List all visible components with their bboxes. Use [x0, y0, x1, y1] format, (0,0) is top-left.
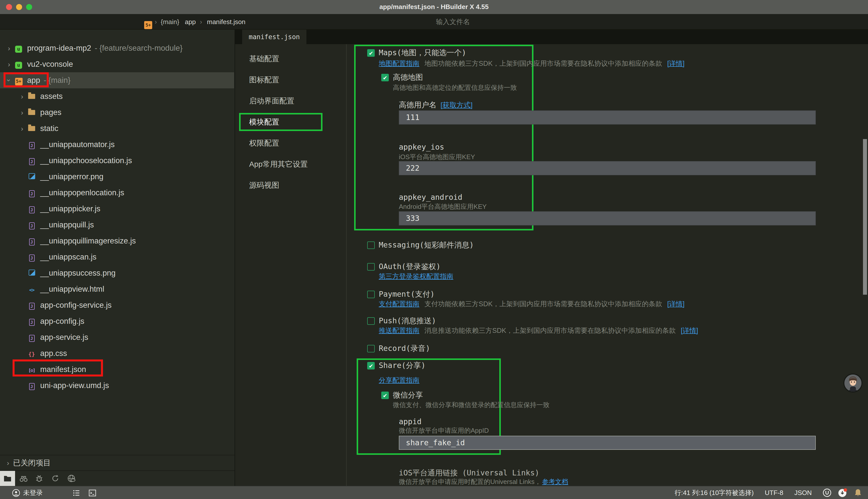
outline-list-icon[interactable] [72, 489, 80, 497]
universal-links-row: 微信开放平台申请应用时配置的Universal Links， 参考文档 [399, 477, 568, 486]
messaging-checkbox[interactable] [367, 242, 375, 249]
chevron-right-icon[interactable]: › [4, 60, 14, 68]
chevron-right-icon[interactable]: › [17, 108, 27, 117]
tree-item-__uniappquill.js[interactable]: J__uniappquill.js [0, 217, 234, 233]
tree-item-app-service.js[interactable]: Japp-service.js [0, 329, 234, 345]
config-menu-item-1[interactable]: 基础配置 [249, 48, 308, 69]
config-menu-item-5[interactable]: 权限配置 [249, 133, 308, 154]
tree-item-__uniapperror.png[interactable]: __uniapperror.png [0, 169, 234, 185]
tree-item-manifest.json[interactable]: [⚙]manifest.json [0, 362, 234, 378]
encoding-indicator[interactable]: UTF-8 [765, 489, 783, 497]
tab-manifest-json[interactable]: manifest.json [242, 29, 306, 44]
js-file-icon: J [27, 156, 36, 165]
oauth-label: OAuth(登录鉴权) [379, 262, 441, 271]
project-sidebar: ›uprogram-idea-mp2- {feature/search-modu… [0, 29, 235, 486]
wechat-share-label: 微信分享 [393, 391, 423, 400]
tree-item-app-config.js[interactable]: Japp-config.js [0, 313, 234, 329]
chevron-right-icon[interactable]: › [3, 459, 13, 467]
globe-cloud-icon[interactable] [67, 474, 76, 483]
file-name: app-config-service.js [40, 301, 111, 310]
chevron-right-icon[interactable]: › [17, 124, 27, 133]
record-checkbox[interactable] [367, 345, 375, 352]
tree-item-__uniappchooselocation.js[interactable]: J__uniappchooselocation.js [0, 153, 234, 169]
tree-item-__uniappview.html[interactable]: <>__uniappview.html [0, 281, 234, 297]
breadcrumb-branch[interactable]: {main} [161, 14, 179, 29]
maps-guide-link[interactable]: 地图配置指南 [379, 59, 420, 68]
file-name: manifest.json [40, 365, 86, 374]
tree-item-assets[interactable]: ›assets [0, 88, 234, 105]
tree-item-app[interactable]: ›5+app- {main} [0, 72, 234, 88]
file-name: vu2-vconsole [27, 60, 73, 69]
tree-item-__uniappsuccess.png[interactable]: __uniappsuccess.png [0, 265, 234, 281]
payment-detail-link[interactable]: [详情] [667, 300, 685, 309]
oauth-checkbox[interactable] [367, 263, 375, 271]
terminal-icon[interactable] [88, 489, 96, 497]
payment-desc: 支付功能依赖三方SDK，上架到国内应用市场需要在隐私协议中添加相应的条款 [424, 300, 662, 309]
maps-detail-link[interactable]: [详情] [667, 59, 685, 68]
config-menu-item-7[interactable]: 源码视图 [249, 175, 308, 196]
tree-item-__uniappquillimageresize.js[interactable]: J__uniappquillimageresize.js [0, 233, 234, 249]
oauth-guide-link[interactable]: 第三方登录鉴权配置指南 [379, 272, 453, 281]
debug-bug-icon[interactable] [35, 474, 44, 483]
assistant-avatar[interactable] [843, 374, 863, 392]
js-file-icon: J [27, 333, 36, 342]
config-menu-item-2[interactable]: 图标配置 [249, 69, 308, 90]
file-name: app-service.js [40, 333, 88, 342]
config-menu-item-4[interactable]: 模块配置 [249, 111, 308, 133]
breadcrumb-project[interactable]: app [185, 14, 196, 29]
push-guide-link[interactable]: 推送配置指南 [379, 326, 420, 335]
files-panel-tab[interactable] [0, 471, 15, 486]
update-download-icon[interactable] [838, 488, 847, 498]
appkey-android-input[interactable] [399, 211, 816, 226]
scrollbar-thumb[interactable] [863, 139, 867, 295]
branch-suffix: - {main} [44, 76, 71, 85]
chevron-right-icon[interactable]: › [17, 93, 27, 100]
search-binoculars-icon[interactable] [19, 474, 28, 483]
wechat-appid-input[interactable] [399, 436, 816, 450]
tree-item-__uniappscan.js[interactable]: J__uniappscan.js [0, 249, 234, 265]
breadcrumb-file[interactable]: manifest.json [207, 14, 245, 29]
tree-item-pages[interactable]: ›pages [0, 105, 234, 121]
tree-item-vu2-vconsole[interactable]: ›uvu2-vconsole [0, 56, 234, 72]
appkey-ios-input[interactable] [399, 161, 816, 175]
closed-projects-row[interactable]: › 已关闭项目 [0, 455, 235, 471]
language-mode[interactable]: JSON [794, 489, 812, 497]
share-guide-link[interactable]: 分享配置指南 [379, 376, 420, 385]
file-name: pages [40, 108, 61, 117]
payment-checkbox[interactable] [367, 291, 375, 298]
push-detail-link[interactable]: [详情] [681, 326, 698, 335]
tree-item-app-config-service.js[interactable]: Japp-config-service.js [0, 297, 234, 313]
search-input[interactable]: 输入文件名 [436, 14, 470, 29]
tree-item-__uniappautomator.js[interactable]: J__uniappautomator.js [0, 136, 234, 153]
uni-badge-icon[interactable] [823, 488, 831, 497]
chevron-down-icon[interactable]: › [5, 75, 13, 85]
folder-file-icon [27, 92, 36, 101]
chevron-right-icon[interactable]: › [4, 44, 14, 52]
record-label: Record(录音) [379, 344, 430, 353]
login-status[interactable]: 未登录 [23, 486, 43, 499]
amap-username-input[interactable] [399, 110, 816, 124]
payment-guide-link[interactable]: 支付配置指南 [379, 300, 420, 309]
file-tree: ›uprogram-idea-mp2- {feature/search-modu… [0, 40, 234, 393]
tree-item-__uniappopenlocation.js[interactable]: J__uniappopenlocation.js [0, 185, 234, 201]
tree-item-program-idea-mp2[interactable]: ›uprogram-idea-mp2- {feature/search-modu… [0, 40, 234, 56]
config-menu-item-3[interactable]: 启动界面配置 [249, 90, 308, 111]
wechat-share-checkbox[interactable] [381, 392, 389, 399]
amap-checkbox[interactable] [381, 74, 389, 81]
tree-item-uni-app-view.umd.js[interactable]: Juni-app-view.umd.js [0, 378, 234, 393]
tree-item-__uniapppicker.js[interactable]: J__uniapppicker.js [0, 201, 234, 217]
notification-bell-icon[interactable] [854, 488, 862, 497]
tree-item-app.css[interactable]: {}app.css [0, 345, 234, 362]
universal-links-doc-link[interactable]: 参考文档 [542, 477, 568, 486]
user-account-icon[interactable] [12, 489, 20, 497]
amap-username-howto-link[interactable]: [获取方式] [441, 101, 473, 110]
share-checkbox[interactable] [367, 362, 375, 369]
maps-checkbox[interactable] [367, 49, 375, 57]
hbuilderx-window: app/manifest.json - HBuilder X 4.55 5+ [0, 0, 868, 499]
cursor-position[interactable]: 行:41 列:16 (10字符被选择) [675, 488, 754, 497]
push-checkbox[interactable] [367, 317, 375, 325]
folder-file-icon [27, 108, 36, 117]
config-menu-item-6[interactable]: App常用其它设置 [249, 154, 308, 175]
tree-item-static[interactable]: ›static [0, 121, 234, 136]
sync-export-icon[interactable] [51, 474, 60, 483]
